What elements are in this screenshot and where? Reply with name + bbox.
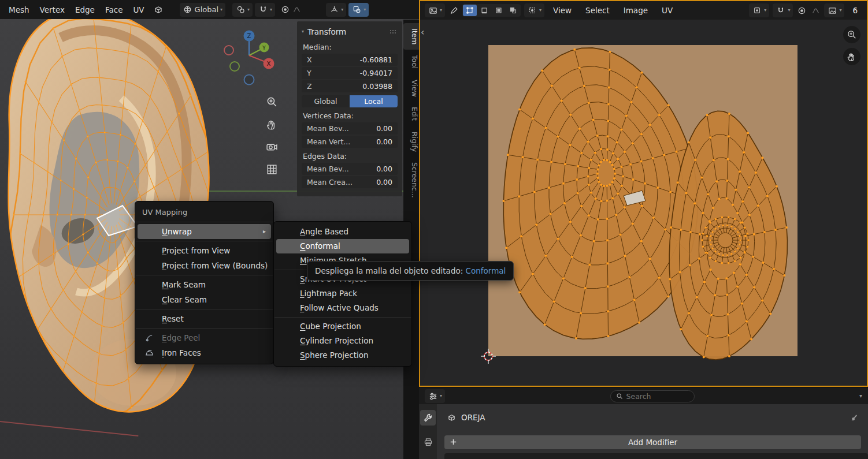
menu-edge[interactable]: Edge — [70, 3, 100, 16]
chevron-down-icon: ▾ — [839, 8, 841, 13]
editor-type-dropdown[interactable]: ▾ — [425, 3, 445, 17]
mean-edge-bevel-field[interactable]: Mean Bev... 0.00 — [302, 163, 398, 175]
uv-menu-uv[interactable]: UV — [656, 4, 678, 17]
chevron-down-icon: ▾ — [247, 8, 250, 12]
tab-modifiers[interactable] — [420, 410, 436, 426]
panel-collapse-icon[interactable]: ▾ — [302, 29, 304, 34]
menu-item-iron-faces[interactable]: Iron Faces — [138, 345, 271, 360]
menu-separator — [136, 241, 273, 241]
navigation-gizmo[interactable]: Z Y X — [221, 27, 277, 87]
uv-canvas[interactable] — [420, 20, 867, 386]
menu-item-reset[interactable]: Reset — [138, 311, 271, 326]
menu-item-label: Follow Active Quads — [300, 301, 379, 315]
snap-dropdown[interactable]: ▾ — [255, 3, 275, 17]
falloff-curve-icon[interactable] — [291, 5, 302, 15]
search-input[interactable] — [626, 392, 685, 401]
pan-hand-icon[interactable] — [264, 116, 280, 132]
menu-item-lightmap-pack[interactable]: Lightmap Pack — [276, 286, 409, 301]
menu-mesh[interactable]: Mesh — [3, 3, 35, 16]
uv-menu-image[interactable]: Image — [618, 4, 653, 17]
menu-item-label: Clear Seam — [162, 292, 207, 307]
menu-uv[interactable]: UV — [128, 3, 149, 16]
axis-neg-y-ball[interactable] — [230, 62, 239, 71]
tab-tool[interactable]: Tool — [403, 50, 419, 74]
menu-item-follow-active-quads[interactable]: Follow Active Quads — [276, 301, 409, 315]
menu-item-angle-based[interactable]: Angle Based — [276, 225, 409, 239]
orientation-dropdown[interactable]: Global ▾ — [180, 3, 226, 17]
pin-icon[interactable] — [850, 413, 859, 422]
menu-face[interactable]: Face — [100, 3, 128, 16]
orientation-icon — [183, 5, 193, 15]
falloff-curve-icon[interactable] — [810, 5, 821, 16]
select-mode-icon[interactable] — [153, 5, 164, 15]
menu-item-cylinder-projection[interactable]: Cylinder Projection — [276, 334, 409, 348]
uv-menu-select[interactable]: Select — [580, 4, 615, 17]
mean-vertex-crease-field[interactable]: Mean Vert... 0.00 — [302, 136, 398, 148]
chevron-down-icon: ▾ — [788, 8, 790, 13]
overlays-toggle[interactable]: ▾ — [348, 3, 369, 17]
object-icon — [446, 412, 457, 423]
uv-mapping-menu: UV Mapping Unwrap ▸ Project from View Pr… — [135, 201, 274, 364]
search-box[interactable] — [610, 390, 695, 402]
menu-item-label: Reset — [162, 311, 184, 326]
tab-item[interactable]: Item — [403, 23, 419, 50]
modifier-panel-header[interactable] — [444, 453, 868, 459]
wrench-icon — [423, 413, 433, 423]
uv-menu-view[interactable]: View — [548, 4, 577, 17]
local-button[interactable]: Local — [350, 95, 398, 107]
overlays-icon — [351, 5, 362, 15]
median-y-field[interactable]: Y -0.94017 — [302, 67, 398, 79]
uv-edit-pencil-icon[interactable] — [448, 5, 459, 16]
editor-type-dropdown[interactable]: ▾ — [425, 389, 445, 403]
zoom-icon[interactable] — [264, 94, 280, 110]
menu-vertex[interactable]: Vertex — [35, 3, 70, 16]
mean-crease-field[interactable]: Mean Crea... 0.00 — [302, 176, 398, 188]
field-label: Y — [307, 69, 311, 77]
menu-item-sphere-projection[interactable]: Sphere Projection — [276, 348, 409, 363]
tab-view[interactable]: View — [403, 74, 419, 102]
snap-target-dropdown[interactable]: ▾ — [749, 3, 769, 17]
orthographic-grid-icon[interactable] — [264, 161, 280, 177]
menu-item-label: Iron Faces — [162, 345, 201, 360]
median-x-field[interactable]: X -0.60881 — [302, 54, 398, 66]
axis-neg-z-ball[interactable] — [244, 75, 254, 85]
properties-main: OREJA Add Modifier — [437, 404, 868, 459]
tab-output[interactable] — [420, 434, 436, 450]
uv-snap-dropdown[interactable]: ▾ — [773, 3, 793, 17]
add-modifier-button[interactable]: Add Modifier — [444, 435, 861, 449]
gizmo-dropdown[interactable]: ▾ — [326, 3, 346, 17]
zoom-icon[interactable] — [843, 26, 860, 43]
menu-item-project-from-view[interactable]: Project from View — [138, 243, 271, 258]
uv-select-edge-icon[interactable] — [477, 5, 491, 16]
panel-grip-icon[interactable] — [390, 29, 398, 34]
image-pin-dropdown[interactable]: ▾ — [824, 3, 844, 17]
sticky-select-dropdown[interactable]: ▾ — [524, 3, 544, 17]
sidebar-expand-icon[interactable]: ‹ — [421, 28, 424, 37]
menu-item-mark-seam[interactable]: Mark Seam — [138, 277, 271, 292]
header-collapse-icon[interactable]: ▾ — [859, 393, 862, 399]
global-button[interactable]: Global — [302, 95, 350, 107]
median-z-field[interactable]: Z 0.03988 — [302, 80, 398, 92]
field-value: 0.03988 — [362, 82, 392, 91]
uv-select-island-icon[interactable] — [506, 5, 520, 16]
uv-editor[interactable]: ▾ — [419, 0, 868, 387]
camera-view-icon[interactable] — [264, 139, 280, 155]
menu-item-clear-seam[interactable]: Clear Seam — [138, 292, 271, 307]
render-slot-value[interactable]: 6 — [848, 6, 862, 15]
uv-select-face-icon[interactable] — [492, 5, 506, 16]
tab-rigify[interactable]: Rigify — [403, 126, 419, 157]
uv-select-vertex-icon[interactable] — [463, 5, 477, 16]
proportional-editing-icon[interactable] — [796, 5, 807, 16]
proportional-editing-icon[interactable] — [280, 5, 290, 15]
menu-item-project-from-view-bounds[interactable]: Project from View (Bounds) — [138, 258, 271, 273]
menu-item-conformal[interactable]: Conformal — [276, 239, 409, 253]
menu-item-unwrap[interactable]: Unwrap ▸ — [138, 224, 271, 239]
pivot-dropdown[interactable]: ▾ — [232, 3, 253, 17]
axis-neg-x-ball[interactable] — [224, 46, 233, 55]
tab-edit[interactable]: Edit — [403, 102, 419, 126]
menu-item-cube-projection[interactable]: Cube Projection — [276, 319, 409, 334]
tab-screencast[interactable]: Screenc... — [403, 157, 419, 203]
mean-bevel-weight-field[interactable]: Mean Bev... 0.00 — [302, 122, 398, 135]
field-value: 0.00 — [376, 137, 392, 146]
pan-hand-icon[interactable] — [843, 48, 860, 65]
